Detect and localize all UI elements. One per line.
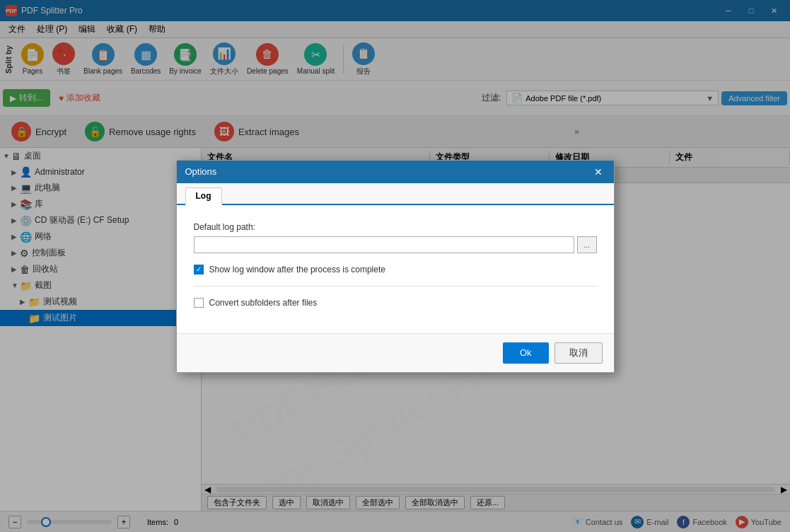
app-wrapper: PDF PDF Splitter Pro ─ □ ✕ 文件 处理 (P) 编辑 … bbox=[0, 0, 790, 532]
ok-button[interactable]: Ok bbox=[503, 342, 549, 364]
convert-subfolders-checkbox[interactable] bbox=[194, 298, 204, 308]
dialog-title: Options bbox=[185, 166, 217, 177]
dialog-body: Default log path: ... ✓ Show log window … bbox=[177, 205, 614, 333]
log-path-label: Default log path: bbox=[194, 222, 597, 232]
tab-log[interactable]: Log bbox=[185, 187, 222, 205]
convert-subfolders-label: Convert subfolders after files bbox=[209, 298, 318, 308]
options-dialog: Options ✕ Log Default log path: ... ✓ Sh… bbox=[176, 160, 615, 373]
show-log-label: Show log window after the process is com… bbox=[209, 265, 385, 274]
dialog-footer: Ok 取消 bbox=[177, 333, 614, 372]
show-log-checkbox[interactable]: ✓ bbox=[194, 265, 204, 274]
show-log-row: ✓ Show log window after the process is c… bbox=[194, 265, 597, 274]
browse-button[interactable]: ... bbox=[577, 236, 597, 253]
dialog-titlebar: Options ✕ bbox=[177, 161, 614, 183]
log-path-input[interactable] bbox=[194, 236, 574, 253]
log-path-row: ... bbox=[194, 236, 597, 253]
divider bbox=[194, 286, 597, 287]
dialog-tabs: Log bbox=[177, 183, 614, 205]
cancel-button[interactable]: 取消 bbox=[554, 342, 603, 364]
dialog-overlay[interactable]: Options ✕ Log Default log path: ... ✓ Sh… bbox=[0, 0, 790, 532]
convert-subfolders-row: Convert subfolders after files bbox=[194, 298, 597, 308]
dialog-close-button[interactable]: ✕ bbox=[591, 165, 605, 179]
